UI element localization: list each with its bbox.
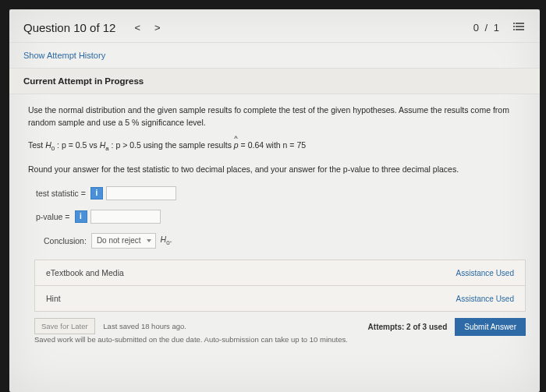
attempts-counter: Attempts: 2 of 3 used: [368, 323, 448, 331]
save-for-later-button[interactable]: Save for Later: [34, 318, 95, 334]
test-statistic-label: test statistic =: [36, 187, 86, 200]
next-question-button[interactable]: >: [154, 22, 161, 34]
svg-point-5: [513, 29, 515, 30]
conclusion-label: Conclusion:: [44, 235, 87, 247]
prev-question-button[interactable]: <: [134, 22, 140, 34]
auto-submit-note: Saved work will be auto-submitted on the…: [34, 334, 348, 344]
last-saved-text: Last saved 18 hours ago.: [103, 322, 186, 330]
question-list-icon[interactable]: [513, 20, 526, 34]
attempt-status-header: Current Attempt in Progress: [9, 68, 540, 94]
svg-point-3: [513, 23, 515, 24]
svg-point-4: [513, 26, 515, 27]
resources-panel: eTextbook and Media Assistance Used Hint…: [34, 260, 526, 312]
info-icon[interactable]: i: [90, 187, 103, 200]
show-attempt-history-link[interactable]: Show Attempt History: [9, 42, 540, 68]
conclusion-select[interactable]: Do not reject: [91, 233, 156, 249]
hint-link[interactable]: Hint: [46, 294, 61, 303]
p-value-input[interactable]: [90, 210, 161, 224]
rounding-instructions: Round your answer for the test statistic…: [28, 163, 526, 175]
info-icon[interactable]: i: [75, 210, 87, 223]
conclusion-h0: H0.: [161, 233, 172, 248]
test-statistic-input[interactable]: [106, 186, 176, 200]
etextbook-link[interactable]: eTextbook and Media: [46, 268, 124, 277]
submit-answer-button[interactable]: Submit Answer: [455, 318, 526, 336]
problem-intro: Use the normal distribution and the give…: [28, 104, 526, 129]
assistance-used-badge: Assistance Used: [456, 295, 514, 303]
p-value-label: p-value =: [36, 210, 70, 223]
question-title: Question 10 of 12: [23, 21, 115, 34]
hypothesis-line: Test H0 : p = 0.5 vs Ha : p > 0.5 using …: [28, 139, 526, 154]
assistance-used-badge: Assistance Used: [456, 269, 514, 277]
score-display: 0 / 1: [473, 22, 501, 34]
